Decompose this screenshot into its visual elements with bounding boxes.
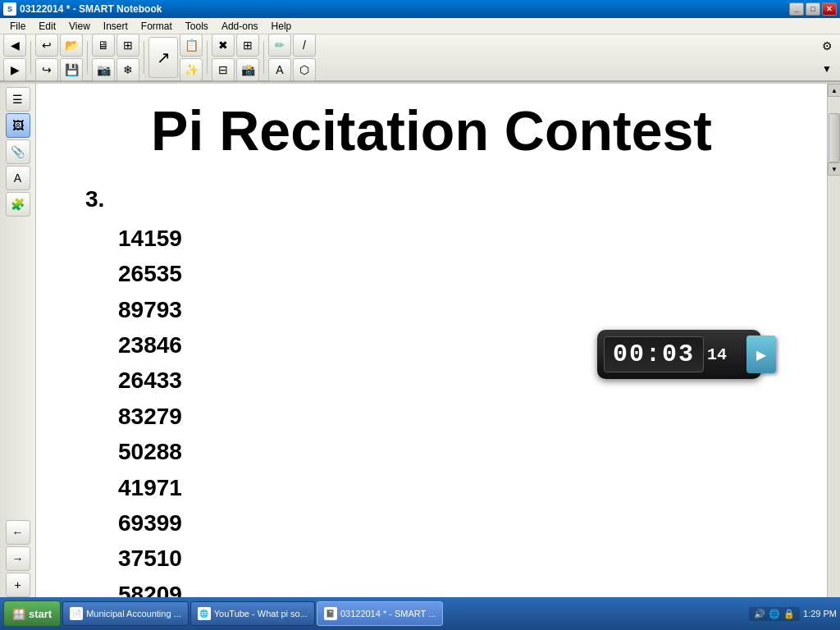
- toolbar-sep-2: [87, 41, 88, 74]
- nav-left-button[interactable]: ←: [6, 520, 30, 545]
- collapse-icon[interactable]: ▼: [819, 61, 835, 77]
- menu-edit[interactable]: Edit: [32, 18, 62, 34]
- page-sorter-button[interactable]: ☰: [6, 87, 30, 112]
- tray-icon-2: 🌐: [769, 609, 780, 619]
- taskbar-icon-municipal: 📄: [70, 607, 83, 620]
- digit-line-9: 69399: [118, 505, 794, 541]
- timer-body[interactable]: 00:03 14 ▶: [597, 330, 761, 379]
- pen-button[interactable]: ✏: [268, 34, 291, 57]
- toolbar-capture-group: 🖥 📷: [92, 34, 115, 81]
- timer-time: 00:03: [613, 340, 695, 368]
- taskbar-icon-smart: 📓: [324, 607, 337, 620]
- select-button[interactable]: ↗: [148, 37, 178, 78]
- table-button[interactable]: ⊞: [236, 34, 259, 57]
- undo-button[interactable]: ↩: [35, 34, 58, 57]
- menu-file[interactable]: File: [3, 18, 32, 34]
- magic-pen-button[interactable]: ✨: [180, 58, 203, 81]
- menu-addons[interactable]: Add-ons: [215, 18, 265, 34]
- menu-help[interactable]: Help: [265, 18, 299, 34]
- taskbar-icon-youtube: 🌐: [198, 607, 211, 620]
- digit-line-10: 37510: [118, 541, 794, 576]
- digit-line-1: 14159: [118, 221, 794, 256]
- start-label: start: [29, 608, 52, 620]
- save-button[interactable]: 💾: [60, 58, 83, 81]
- toolbar-file-group: 📂 💾: [60, 34, 83, 81]
- toolbar-edit-group: ✖ ⊟: [212, 34, 235, 81]
- maximize-button[interactable]: □: [806, 2, 820, 16]
- freeze-button[interactable]: ❄: [116, 58, 139, 81]
- timer-play-button[interactable]: ▶: [746, 336, 776, 373]
- left-panel: ☰ 🖼 📎 A 🧩 ← → +: [0, 84, 36, 597]
- taskbar-label-smart: 03122014 * - SMART ...: [340, 609, 436, 619]
- digit-line-3: 89793: [118, 292, 794, 327]
- settings-icon[interactable]: ⚙: [819, 38, 835, 54]
- toolbar-sep-5: [263, 41, 264, 74]
- capture-area-button[interactable]: 📷: [92, 58, 115, 81]
- scroll-down-button[interactable]: ▼: [828, 162, 840, 176]
- taskbar-label-municipal: Municipal Accounting ...: [86, 609, 181, 619]
- camera-button[interactable]: 📸: [236, 58, 259, 81]
- text-tool-button[interactable]: A: [6, 166, 30, 190]
- eraser-button[interactable]: ⬡: [293, 58, 316, 81]
- back-button[interactable]: ◀: [3, 34, 26, 57]
- toolbar-sep-3: [144, 41, 144, 74]
- capture-screen-button[interactable]: 🖥: [92, 34, 115, 57]
- toolbar-capture2-group: ⊞ ❄: [116, 34, 139, 81]
- title-bar: S 03122014 * - SMART Notebook _ □ ✕: [0, 0, 840, 18]
- delete-button[interactable]: ✖: [212, 34, 235, 57]
- timer-display: 00:03: [604, 336, 704, 372]
- puzzle-button[interactable]: 🧩: [6, 192, 30, 217]
- menu-view[interactable]: View: [62, 18, 97, 34]
- redo-button[interactable]: ↪: [35, 58, 58, 81]
- text-button[interactable]: A: [268, 58, 291, 81]
- forward-button[interactable]: ▶: [3, 58, 26, 81]
- scroll-up-button[interactable]: ▲: [828, 84, 840, 97]
- close-button[interactable]: ✕: [822, 2, 837, 16]
- line-button[interactable]: /: [293, 34, 316, 57]
- taskbar-item-municipal[interactable]: 📄 Municipal Accounting ...: [62, 601, 189, 626]
- image-button[interactable]: 🖼: [6, 113, 30, 138]
- digit-line-2: 26535: [118, 256, 794, 291]
- menu-tools[interactable]: Tools: [179, 18, 215, 34]
- toolbar-nav-group: ◀ ▶: [3, 34, 26, 81]
- window-title: 03122014 * - SMART Notebook: [20, 3, 162, 15]
- windows-icon: 🪟: [12, 608, 25, 620]
- present-button[interactable]: ⊟: [212, 58, 235, 81]
- taskbar: 🪟 start 📄 Municipal Accounting ... 🌐 You…: [0, 597, 840, 630]
- clock: 1:29 PM: [803, 608, 837, 619]
- window-buttons: _ □ ✕: [789, 2, 837, 16]
- toolbar-pen-group: ✏ A: [268, 34, 291, 81]
- attachment-button[interactable]: 📎: [6, 139, 30, 164]
- title-left: S 03122014 * - SMART Notebook: [3, 2, 162, 16]
- start-button[interactable]: 🪟 start: [3, 600, 61, 627]
- timer-widget[interactable]: 00:03 14 ▶: [597, 330, 778, 387]
- menu-format[interactable]: Format: [135, 18, 179, 34]
- scroll-thumb[interactable]: [829, 113, 840, 162]
- capture-window-button[interactable]: ⊞: [116, 34, 139, 57]
- tray-icon-1: 🔊: [754, 609, 765, 619]
- toolbar-tools-group: 📋 ✨: [180, 34, 203, 81]
- digit-line-6: 83279: [118, 399, 794, 434]
- minimize-button[interactable]: _: [789, 2, 804, 16]
- taskbar-right: 🔊 🌐 🔒 1:29 PM: [749, 607, 837, 621]
- toolbar-sep-1: [30, 41, 31, 74]
- digit-line-11: 58209: [118, 577, 794, 597]
- nav-right-button[interactable]: →: [6, 546, 30, 571]
- taskbar-item-youtube[interactable]: 🌐 YouTube - What pi so...: [190, 601, 315, 626]
- taskbar-label-youtube: YouTube - What pi so...: [214, 609, 308, 619]
- pi-prefix: 3.: [85, 186, 794, 212]
- scrollbar[interactable]: ▲ ▼: [827, 84, 840, 597]
- add-page-button[interactable]: +: [6, 573, 30, 597]
- toolbar: ◀ ▶ ↩ ↪ 📂 💾 🖥 📷 ⊞ ❄ ↗ 📋 ✨ ✖ ⊟ ⊞ 📸 ✏ A / …: [0, 34, 840, 82]
- tray-icon-3: 🔒: [783, 609, 795, 619]
- timer-milliseconds: 14: [707, 345, 727, 364]
- app-icon: S: [3, 2, 16, 16]
- page-title: Pi Recitation Contest: [69, 100, 794, 162]
- taskbar-item-smart[interactable]: 📓 03122014 * - SMART ...: [317, 601, 443, 626]
- toolbar-line-group: / ⬡: [293, 34, 316, 81]
- system-tray: 🔊 🌐 🔒: [749, 607, 800, 621]
- paste-button[interactable]: 📋: [180, 34, 203, 57]
- toolbar-edit2-group: ⊞ 📸: [236, 34, 259, 81]
- menu-insert[interactable]: Insert: [97, 18, 135, 34]
- open-button[interactable]: 📂: [60, 34, 83, 57]
